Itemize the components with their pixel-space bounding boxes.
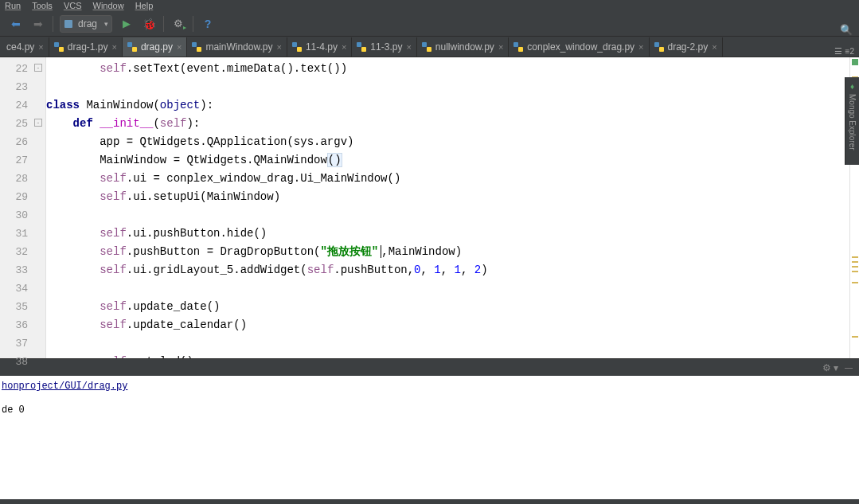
- code-line[interactable]: self.update_date(): [46, 298, 859, 316]
- editor-tab[interactable]: drag-1.py×: [49, 37, 123, 57]
- menu-vcs[interactable]: VCS: [64, 1, 82, 10]
- code-line[interactable]: [46, 206, 859, 225]
- code-token: 0: [414, 264, 420, 276]
- nav-forward-button[interactable]: ➡: [30, 16, 46, 32]
- line-number[interactable]: 32: [0, 243, 45, 261]
- close-icon[interactable]: ×: [406, 42, 411, 52]
- close-icon[interactable]: ×: [712, 42, 716, 52]
- warning-mark[interactable]: [852, 266, 858, 268]
- editor-tab[interactable]: 11-4.py×: [287, 37, 352, 57]
- run-config-select[interactable]: drag: [60, 15, 112, 33]
- line-number[interactable]: 23: [0, 78, 45, 96]
- run-button[interactable]: ▶: [119, 16, 135, 32]
- editor-tabbar: ce4.py×drag-1.py×drag.py×mainWindow.py×1…: [0, 37, 859, 57]
- tab-label: drag-2.py: [668, 41, 709, 53]
- run-with-config-button[interactable]: ⚙: [170, 16, 186, 32]
- console-path[interactable]: honproject/GUI/drag.py: [2, 381, 857, 392]
- tab-count: ≡2: [845, 47, 854, 56]
- close-icon[interactable]: ×: [38, 42, 43, 52]
- code-line[interactable]: self.update_calendar(): [46, 316, 859, 334]
- code-line[interactable]: [46, 334, 859, 353]
- line-number[interactable]: 29: [0, 188, 45, 206]
- warning-mark[interactable]: [852, 256, 858, 258]
- line-number[interactable]: 34: [0, 279, 45, 298]
- editor-tab[interactable]: 11-3.py×: [352, 37, 416, 57]
- menu-help[interactable]: Help: [135, 1, 154, 10]
- code-token: .pushButton = DragDropButton(: [127, 245, 321, 258]
- close-icon[interactable]: ×: [112, 42, 117, 52]
- line-number[interactable]: 25-: [0, 115, 45, 133]
- console-output[interactable]: honproject/GUI/drag.py de 0: [0, 376, 859, 499]
- warning-mark[interactable]: [852, 261, 858, 263]
- code-token: def: [73, 117, 100, 130]
- line-number[interactable]: 37: [0, 334, 45, 353]
- search-everywhere-button[interactable]: 🔍: [840, 24, 853, 36]
- code-line[interactable]: self.set_lcd(): [46, 353, 859, 358]
- close-icon[interactable]: ×: [342, 42, 346, 52]
- line-number[interactable]: 35: [0, 298, 45, 316]
- line-number[interactable]: 33: [0, 261, 45, 279]
- play-icon: ▶: [123, 18, 131, 29]
- python-file-icon: [127, 42, 137, 52]
- tab-label: nullwindow.py: [435, 41, 494, 53]
- editor-tab[interactable]: ce4.py×: [2, 37, 49, 57]
- console-toolbar: ⚙ ▾ —: [0, 358, 859, 376]
- close-icon[interactable]: ×: [498, 42, 503, 52]
- warning-mark[interactable]: [852, 282, 858, 283]
- editor-tab[interactable]: mainWindow.py×: [187, 37, 287, 57]
- line-number[interactable]: 22-: [0, 60, 45, 78]
- code-line[interactable]: MainWindow = QtWidgets.QMainWindow(): [46, 151, 859, 170]
- tab-overflow[interactable]: ☰≡2: [830, 46, 859, 57]
- code-line[interactable]: [46, 279, 859, 298]
- line-number[interactable]: 36: [0, 316, 45, 334]
- line-number[interactable]: 28: [0, 170, 45, 188]
- code-line[interactable]: [46, 78, 859, 96]
- line-number[interactable]: 27: [0, 151, 45, 170]
- close-icon[interactable]: ×: [276, 42, 281, 52]
- code-line[interactable]: class MainWindow(object):: [46, 96, 859, 115]
- python-file-icon: [357, 42, 366, 52]
- code-line[interactable]: self.ui = conplex_window_drag.Ui_MainWin…: [46, 170, 859, 188]
- code-line[interactable]: self.ui.gridLayout_5.addWidget(self.push…: [46, 261, 859, 279]
- help-button[interactable]: ?: [200, 16, 216, 32]
- line-number[interactable]: 31: [0, 225, 45, 243]
- editor-tab[interactable]: conplex_window_drag.py×: [509, 37, 649, 57]
- fold-toggle-icon[interactable]: -: [34, 119, 42, 127]
- tab-label: ce4.py: [6, 41, 34, 53]
- code-line[interactable]: self.ui.pushButton.hide(): [46, 225, 859, 243]
- code-line[interactable]: self.ui.setupUi(MainWindow): [46, 188, 859, 206]
- menu-window[interactable]: Window: [93, 1, 124, 10]
- warning-mark[interactable]: [852, 336, 858, 338]
- menu-tools[interactable]: Tools: [32, 1, 53, 10]
- mongo-explorer-tab[interactable]: ♦ Mongo Explorer: [845, 77, 859, 165]
- line-number[interactable]: 24: [0, 96, 45, 115]
- fold-toggle-icon[interactable]: -: [34, 64, 42, 72]
- editor-tab[interactable]: nullwindow.py×: [417, 37, 509, 57]
- close-icon[interactable]: ×: [638, 42, 643, 52]
- warning-mark[interactable]: [852, 271, 858, 272]
- editor-tab[interactable]: drag.py×: [123, 37, 187, 57]
- code-token: "拖放按钮": [320, 245, 378, 258]
- code-line[interactable]: self.pushButton = DragDropButton("拖放按钮",…: [46, 243, 859, 261]
- code-token: class: [46, 99, 86, 111]
- nav-back-button[interactable]: ⬅: [8, 16, 24, 32]
- menu-run[interactable]: Run: [5, 1, 21, 10]
- line-number[interactable]: 26: [0, 133, 45, 151]
- editor-tab[interactable]: drag-2.py×: [650, 37, 723, 57]
- console-minimize-button[interactable]: —: [845, 363, 853, 372]
- line-number[interactable]: 30: [0, 206, 45, 225]
- code-line[interactable]: def __init__(self):: [46, 115, 859, 133]
- code-token: self: [160, 117, 187, 130]
- code-line[interactable]: app = QtWidgets.QApplication(sys.argv): [46, 133, 859, 151]
- code-token: self: [100, 190, 127, 203]
- debug-button[interactable]: 🐞: [141, 16, 157, 32]
- toolbar: ⬅ ➡ drag ▶ 🐞 ⚙ ?: [0, 11, 859, 37]
- toolbar-divider: [163, 16, 164, 32]
- console-settings-button[interactable]: ⚙ ▾: [822, 362, 838, 373]
- code-line[interactable]: self.setText(event.mimeData().text()): [46, 60, 859, 78]
- code-token: ,: [421, 264, 435, 276]
- close-icon[interactable]: ×: [177, 42, 182, 52]
- code-area[interactable]: self.setText(event.mimeData().text())cla…: [46, 57, 859, 358]
- line-number[interactable]: 38: [0, 353, 45, 371]
- code-editor[interactable]: 22-232425-26272829303132333435363738 sel…: [0, 57, 859, 358]
